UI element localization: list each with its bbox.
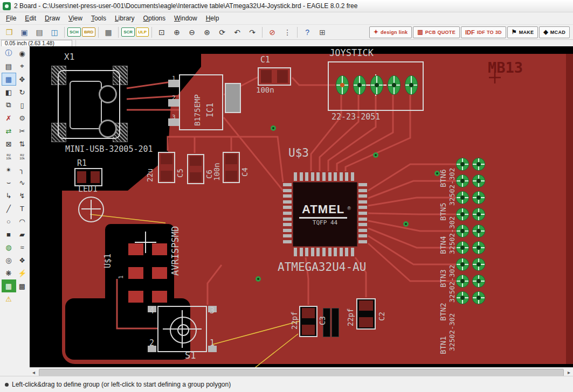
header-pad[interactable] (473, 225, 485, 237)
btn-label[interactable]: BTN4 (439, 224, 447, 254)
label-mcu[interactable]: ATMEGA32U4-AU (278, 262, 366, 273)
header-pad[interactable] (457, 158, 468, 170)
btn-label[interactable]: BTN1 (439, 324, 447, 354)
avrisp-pad[interactable] (128, 267, 143, 279)
print-button[interactable]: ▤ (32, 26, 46, 39)
led1-symbol[interactable] (78, 197, 104, 222)
module-button[interactable]: ⊞ (315, 26, 329, 39)
resistor-r1[interactable] (74, 168, 102, 186)
header-pad[interactable] (473, 242, 485, 254)
label-c5-value[interactable]: 22u (146, 152, 154, 182)
label-c1-value[interactable]: 100n (256, 86, 274, 94)
label-u1[interactable]: U$1 (104, 242, 112, 268)
schematic-button[interactable]: SCH (67, 27, 81, 37)
change-tool[interactable]: ⚙ (15, 111, 30, 124)
header-part-label[interactable]: 32502-302 (448, 160, 455, 206)
cut-tool[interactable]: ✂ (15, 124, 30, 137)
header-pad[interactable] (473, 258, 485, 270)
zoom-select-button[interactable]: ⊛ (200, 26, 214, 39)
mirror-tool[interactable]: ◧ (2, 86, 16, 99)
lock-tool[interactable]: ⊠ (2, 137, 16, 150)
menu-options[interactable]: Options (139, 13, 170, 24)
route-tool[interactable]: ↳ (2, 189, 16, 202)
arc-tool[interactable]: ◠ (15, 215, 30, 228)
zoom-redraw-button[interactable]: ⟳ (215, 26, 229, 39)
more-button[interactable]: ⋮ (280, 26, 294, 39)
paste-tool[interactable]: ▯ (15, 99, 30, 111)
header-pad[interactable] (457, 208, 468, 220)
header-pad[interactable] (457, 192, 468, 204)
group-tool[interactable]: ▦ (2, 73, 16, 86)
redo-button[interactable]: ↷ (245, 26, 259, 39)
label-c2-value[interactable]: 22pf (347, 296, 354, 326)
tantalum-cap[interactable] (225, 83, 241, 113)
label-joystick-part[interactable]: 22-23-2051 (332, 113, 380, 121)
ripup-tool[interactable]: ↯ (15, 189, 30, 202)
scroll-right-button[interactable]: ▸ (565, 368, 573, 376)
label-led1[interactable]: LED1 (78, 185, 98, 193)
label-usb-part[interactable]: MINI-USB-32005-201 (65, 145, 153, 153)
zoom-fit-button[interactable]: ⊡ (155, 26, 169, 39)
label-joystick[interactable]: JOYSTICK (329, 48, 374, 58)
avrisp-pad[interactable] (152, 267, 167, 279)
header-pad[interactable] (457, 242, 468, 254)
scroll-left-button[interactable]: ◂ (30, 368, 38, 376)
joystick-pad-2[interactable] (354, 76, 365, 94)
zoom-in-button[interactable]: ⊕ (170, 26, 184, 39)
split-tool[interactable]: ⌣ (2, 176, 16, 189)
header-pad[interactable] (473, 208, 485, 220)
label-c2[interactable]: C2 (378, 298, 385, 321)
pcb-quote-button[interactable]: ▥PCB QUOTE (413, 26, 460, 38)
btn-label[interactable]: BTN2 (439, 291, 447, 321)
board-canvas[interactable]: ATMEL® TQFP 44 X1 MINI- (30, 46, 573, 367)
erc-tool[interactable]: ▦ (2, 279, 16, 292)
label-c1[interactable]: C1 (260, 56, 270, 64)
button-header[interactable] (455, 157, 485, 319)
idf-to-3d-button[interactable]: IDFIDF TO 3D (461, 26, 506, 38)
btn-label[interactable]: BTN5 (439, 191, 447, 221)
value-tool[interactable]: R210k (15, 150, 30, 163)
atmega-chip[interactable]: ATMEL® TQFP 44 (283, 172, 367, 256)
scrollbar-track[interactable] (38, 368, 565, 376)
capacitor-c1[interactable] (258, 67, 291, 86)
ratsnest-tool[interactable]: ❋ (2, 267, 16, 279)
header-part-label[interactable]: 32502-302 (448, 306, 455, 351)
open-button[interactable]: ❒ (2, 26, 16, 39)
menu-window[interactable]: Window (170, 13, 202, 24)
header-pad[interactable] (457, 225, 468, 237)
label-c5[interactable]: C5 (176, 154, 184, 178)
avrisp-pad[interactable] (128, 291, 143, 303)
label-avrisp[interactable]: AVRISPSMD (171, 198, 180, 276)
header-pad[interactable] (473, 158, 485, 170)
display-tool[interactable]: ▤ (2, 60, 16, 73)
undo-button[interactable]: ↶ (230, 26, 244, 39)
label-r1[interactable]: R1 (77, 159, 87, 167)
header-part-label[interactable]: 32502-302 (448, 257, 455, 303)
header-part-label[interactable]: 32502-302 (448, 209, 455, 254)
menu-help[interactable]: Help (202, 13, 224, 24)
wire-tool[interactable]: ╱ (2, 202, 16, 215)
label-u3[interactable]: U$3 (288, 148, 309, 159)
hole-tool[interactable]: ◎ (2, 254, 16, 267)
usb-connector[interactable] (51, 62, 127, 144)
export-image-button[interactable]: ◫ (47, 26, 61, 39)
delete-tool[interactable]: ✗ (2, 111, 16, 124)
drc-tool[interactable]: ▩ (15, 279, 30, 292)
save-button[interactable]: ▣ (17, 26, 31, 39)
replace-tool[interactable]: ⇄ (2, 124, 16, 137)
board-button[interactable]: BRD (82, 27, 95, 37)
avrisp-pad[interactable] (152, 291, 167, 303)
run-ulp-button[interactable]: ULP (136, 27, 149, 37)
pinswap-tool[interactable]: ⇅ (15, 137, 30, 150)
header-pad[interactable] (473, 192, 485, 204)
menu-view[interactable]: View (64, 13, 87, 24)
label-x1[interactable]: X1 (64, 53, 74, 61)
btn-label[interactable]: BTN3 (439, 257, 447, 288)
name-tool[interactable]: R210k (2, 150, 16, 163)
text-tool[interactable]: T (15, 202, 30, 215)
array-tool[interactable]: ❖ (15, 254, 30, 267)
joystick-pad-5[interactable] (405, 76, 417, 94)
errors-tool[interactable]: ⚠ (2, 292, 16, 305)
via-tool[interactable]: ◍ (2, 241, 16, 254)
joystick-connector[interactable] (328, 61, 424, 111)
